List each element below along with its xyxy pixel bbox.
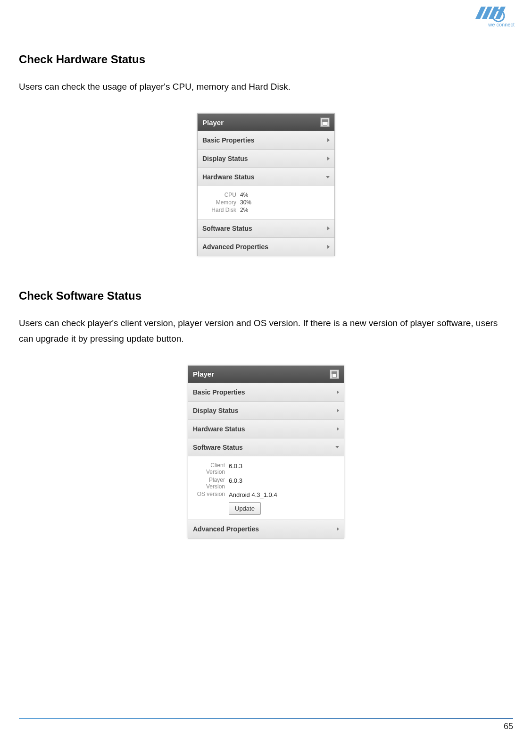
accordion-basic-properties[interactable]: Basic Properties [188, 383, 344, 401]
accordion-advanced-properties[interactable]: Advanced Properties [188, 520, 344, 538]
client-version-label: Client Version [194, 462, 229, 476]
chevron-right-icon [337, 390, 339, 394]
accordion-label: Advanced Properties [202, 243, 268, 251]
accordion-basic-properties[interactable]: Basic Properties [198, 131, 334, 149]
panel-header: Player [188, 366, 344, 383]
chevron-right-icon [327, 227, 330, 230]
hardware-status-body: CPU 4% Memory 30% Hard Disk 2% [198, 186, 334, 219]
chevron-right-icon [327, 138, 330, 142]
save-icon[interactable] [320, 118, 330, 127]
section-title-hardware: Check Hardware Status [19, 53, 513, 66]
cpu-label: CPU [203, 192, 240, 198]
chevron-right-icon [337, 427, 339, 431]
logo-tagline: we connect [488, 22, 515, 27]
chevron-right-icon [337, 527, 339, 531]
accordion-advanced-properties[interactable]: Advanced Properties [198, 237, 334, 256]
accordion-hardware-status[interactable]: Hardware Status [188, 420, 344, 438]
os-version-value: Android 4.3_1.0.4 [229, 491, 277, 498]
accordion-display-status[interactable]: Display Status [198, 149, 334, 168]
brand-logo: we connect [464, 6, 515, 29]
software-status-body: Client Version 6.0.3 Player Version 6.0.… [188, 456, 344, 520]
player-version-value: 6.0.3 [229, 477, 242, 484]
harddisk-value: 2% [240, 207, 248, 213]
chevron-right-icon [337, 409, 339, 412]
page-number: 65 [19, 722, 513, 731]
section-body-hardware: Users can check the usage of player's CP… [19, 79, 513, 94]
memory-value: 30% [240, 199, 251, 206]
player-panel-hardware: Player Basic Properties Display Status H… [197, 113, 335, 256]
accordion-label: Software Status [193, 444, 243, 451]
footer-divider [19, 718, 513, 719]
accordion-label: Display Status [193, 407, 238, 414]
panel-header: Player [198, 114, 334, 131]
save-icon[interactable] [330, 370, 339, 379]
chevron-right-icon [327, 157, 330, 160]
accordion-label: Hardware Status [202, 173, 254, 181]
accordion-label: Software Status [202, 225, 252, 232]
player-panel-software: Player Basic Properties Display Status H… [188, 365, 344, 539]
update-button[interactable]: Update [229, 502, 261, 515]
cpu-value: 4% [240, 192, 248, 198]
os-version-label: OS version [194, 491, 229, 497]
accordion-label: Basic Properties [193, 388, 245, 396]
accordion-label: Display Status [202, 155, 248, 162]
accordion-label: Advanced Properties [193, 525, 259, 533]
accordion-label: Hardware Status [193, 425, 245, 433]
chevron-down-icon [326, 176, 330, 178]
accordion-hardware-status[interactable]: Hardware Status [198, 168, 334, 186]
accordion-software-status[interactable]: Software Status [188, 438, 344, 456]
accordion-software-status[interactable]: Software Status [198, 219, 334, 237]
chevron-right-icon [327, 245, 330, 249]
panel-title: Player [193, 370, 214, 378]
memory-label: Memory [203, 199, 240, 206]
page-footer: 65 [19, 718, 513, 731]
panel-title: Player [202, 118, 224, 126]
harddisk-label: Hard Disk [203, 207, 240, 213]
accordion-display-status[interactable]: Display Status [188, 401, 344, 420]
section-title-software: Check Software Status [19, 289, 513, 302]
chevron-down-icon [335, 446, 339, 448]
section-body-software: Users can check player's client version,… [19, 316, 513, 346]
player-version-label: Player Version [194, 477, 229, 490]
accordion-label: Basic Properties [202, 136, 255, 144]
client-version-value: 6.0.3 [229, 462, 242, 470]
